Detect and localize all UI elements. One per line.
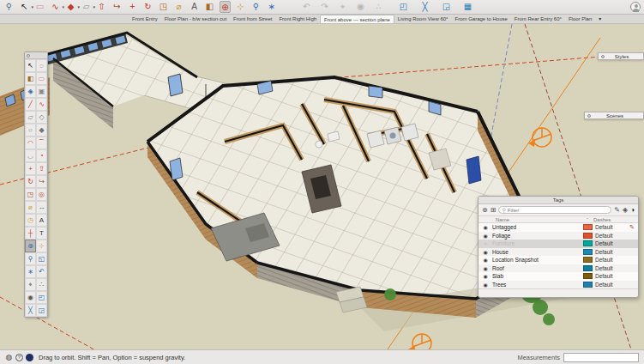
account-avatar[interactable] (630, 2, 641, 12)
tag-color-swatch[interactable] (583, 224, 593, 230)
tag-row-slab[interactable]: ◉SlabDefault (478, 272, 638, 281)
eraser-tool[interactable]: ▭ (36, 72, 47, 85)
follow-me-icon[interactable]: ↪ (111, 1, 123, 13)
orbit-tool[interactable]: ⊕ (25, 240, 36, 252)
tags-panel-title[interactable]: Tags (478, 197, 638, 204)
tag-row-location-snapshot[interactable]: ◉Location SnapshotDefault (478, 256, 638, 264)
display-section-cuts-tool[interactable]: ◲ (36, 304, 47, 317)
tag-name[interactable]: Untagged (492, 224, 583, 230)
three-point-arc-tool[interactable]: ◡ (25, 149, 36, 162)
add-tag-folder-icon[interactable]: ⊞ (491, 205, 497, 215)
tags-filter-input[interactable] (508, 208, 608, 213)
orbit-icon[interactable]: ⊕ (220, 1, 231, 13)
rectangle-tool[interactable]: ▱ (25, 111, 36, 124)
visibility-eye-icon[interactable]: ◉ (478, 257, 492, 263)
tool-palette-titlebar[interactable] (25, 52, 47, 59)
two-point-arc-tool[interactable]: ⌒ (36, 136, 47, 149)
visibility-eye-off-icon[interactable]: ○ (478, 241, 492, 246)
tag-row-foliage[interactable]: ◉FoliageDefault (478, 232, 638, 240)
freehand-icon[interactable]: ∿▾ (50, 1, 61, 13)
select-tool[interactable]: ↖ (25, 59, 36, 72)
lasso-tool[interactable]: ◌ (36, 59, 47, 72)
tag-name[interactable]: Trees (492, 282, 583, 288)
follow-me-tool[interactable]: ↪ (36, 175, 47, 188)
tag-name[interactable]: Foliage (492, 233, 583, 239)
scene-tab-front-right-high[interactable]: Front Right High (275, 15, 320, 23)
tag-name[interactable]: House (492, 249, 583, 255)
tag-dashes-value[interactable]: Default (595, 257, 629, 263)
axes-tool[interactable]: ┼ (25, 227, 36, 240)
rotated-rectangle-tool[interactable]: ◇ (36, 111, 47, 124)
tag-dashes-value[interactable]: Default (595, 249, 629, 255)
freehand-tool[interactable]: ∿ (36, 98, 47, 111)
tag-dashes-value[interactable]: Default (595, 265, 629, 271)
visibility-eye-icon[interactable]: ◉ (478, 224, 492, 230)
paint-bucket-icon[interactable]: ◧ (204, 1, 215, 13)
tag-color-swatch[interactable] (583, 233, 593, 239)
visibility-eye-icon[interactable]: ◉ (478, 273, 492, 279)
push-pull-tool[interactable]: ⇧ (36, 162, 47, 175)
line-tool[interactable]: ╱ (25, 98, 36, 111)
column-header-name[interactable]: Name (496, 217, 587, 222)
text-icon[interactable]: A (189, 1, 200, 13)
rotate-tool[interactable]: ↻ (25, 175, 36, 188)
measurements-input[interactable] (563, 353, 639, 362)
walk-tool[interactable]: ∴ (36, 278, 47, 291)
zoom-extents-tool[interactable]: ∗ (25, 265, 36, 278)
rectangle-icon[interactable]: ▱▾ (81, 1, 92, 13)
help-icon[interactable]: ? (15, 354, 23, 361)
viewport-canvas[interactable]: ↖◌◧▭◈▣╱∿▱◇○◆◠⌒◡◔+⇧↻↪◳◎⌀↔◷A┼T⊕⊹⚲◱∗↶⌖∴◉◰╳◲… (0, 24, 644, 349)
3d-text-tool[interactable]: T (36, 227, 47, 240)
circle-tool[interactable]: ○ (25, 124, 36, 136)
rotate-icon[interactable]: ↻ (142, 1, 153, 13)
select-icon[interactable]: ↖▾ (19, 1, 30, 13)
tag-dashes-value[interactable]: Default (595, 240, 629, 246)
scene-tab-front-above-section-plane[interactable]: Front above — section plane (320, 15, 394, 23)
pie-tool[interactable]: ◔ (36, 149, 47, 162)
position-camera-icon[interactable]: ⌖ (337, 1, 348, 13)
scene-tabs-overflow-button[interactable]: ▾ (595, 15, 605, 23)
tag-color-swatch[interactable] (583, 249, 593, 255)
details-icon[interactable]: ◑ (630, 205, 635, 215)
move-tool[interactable]: + (25, 162, 36, 175)
tag-row-house[interactable]: ◉HouseDefault (478, 248, 638, 257)
tag-dashes-value[interactable]: Default (595, 273, 629, 279)
section-plane-icon[interactable]: ◰ (398, 1, 409, 13)
previous-view-icon[interactable]: ↶ (301, 1, 312, 13)
look-around-tool[interactable]: ◉ (25, 291, 36, 304)
next-view-icon[interactable]: ↷ (319, 1, 330, 13)
context-icon[interactable]: ● (26, 354, 33, 361)
add-tag-icon[interactable]: ⊕ (482, 205, 488, 215)
paint-bucket-tool[interactable]: ◧ (25, 72, 36, 85)
make-component-tool[interactable]: ◈ (25, 85, 36, 98)
display-section-cuts-icon[interactable]: ◲ (441, 1, 452, 13)
tag-name[interactable]: Location Snapshot (492, 257, 583, 263)
tag-dashes-value[interactable]: Default (595, 282, 629, 288)
scene-tab-floor-plan-b-w-section-cut[interactable]: Floor Plan - b/w section cut (161, 15, 230, 23)
display-section-planes-icon[interactable]: ╳ (419, 1, 430, 13)
zoom-tool[interactable]: ⚲ (25, 252, 36, 265)
tape-measure-tool[interactable]: ⌀ (25, 201, 36, 214)
pan-tool[interactable]: ⊹ (36, 240, 47, 252)
polygon-tool[interactable]: ◆ (36, 124, 47, 136)
geolocation-icon[interactable]: ◍ (5, 354, 13, 361)
zoom-window-tool[interactable]: ◱ (36, 252, 47, 265)
push-pull-icon[interactable]: ⇧ (96, 1, 107, 13)
move-icon[interactable]: + (127, 1, 138, 13)
scene-tab-living-room-view-60-[interactable]: Living Room View 60° (394, 15, 452, 23)
walk-icon[interactable]: ∴ (373, 1, 384, 13)
tape-measure-icon[interactable]: ⌀ (173, 1, 184, 13)
visibility-eye-icon[interactable]: ◉ (478, 282, 492, 288)
visibility-eye-icon[interactable]: ◉ (478, 249, 492, 255)
tag-color-swatch[interactable] (583, 240, 593, 246)
display-section-planes-tool[interactable]: ╳ (25, 304, 36, 317)
tag-options-icon[interactable]: ◈ (623, 205, 628, 215)
scene-tab-front-entry[interactable]: Front Entry (129, 15, 161, 23)
offset-tool[interactable]: ◎ (36, 188, 47, 201)
arc-tool[interactable]: ◠ (25, 136, 36, 149)
tag-dashes-value[interactable]: Default (595, 233, 629, 239)
edit-pencil-icon[interactable]: ✎ (629, 224, 638, 231)
palette-close-button[interactable] (27, 54, 30, 58)
previous-tool[interactable]: ↶ (36, 265, 47, 278)
search-icon[interactable]: ⚲ (3, 1, 15, 13)
